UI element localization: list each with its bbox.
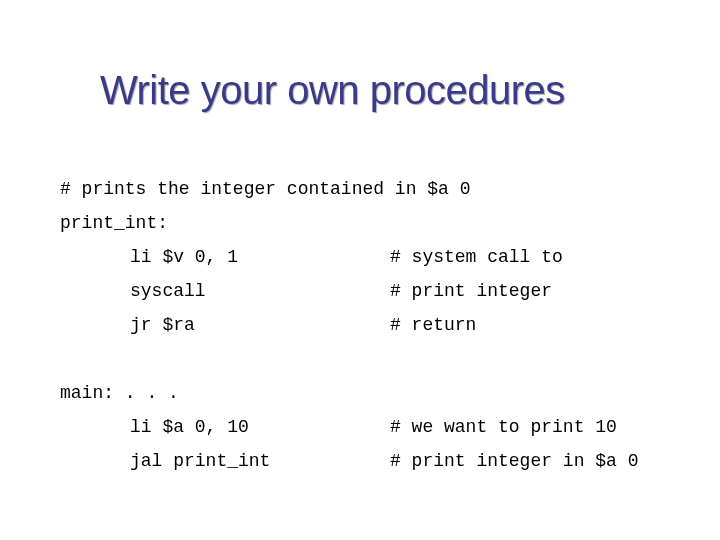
- code-comment-top: # prints the integer contained in $a 0: [60, 180, 638, 198]
- code-instr: li $v 0, 1: [130, 248, 390, 266]
- code-block: # prints the integer contained in $a 0 p…: [60, 180, 638, 486]
- code-comment: # return: [390, 316, 476, 334]
- code-line-1: li $v 0, 1# system call to: [60, 248, 638, 266]
- code-comment: # we want to print 10: [390, 418, 617, 436]
- code-line-2: syscall# print integer: [60, 282, 638, 300]
- code-instr: jr $ra: [130, 316, 390, 334]
- code-instr: syscall: [130, 282, 390, 300]
- code-line-4: li $a 0, 10# we want to print 10: [60, 418, 638, 436]
- code-label-main: main: . . .: [60, 384, 638, 402]
- slide-title: Write your own procedures: [100, 68, 565, 113]
- code-line-3: jr $ra# return: [60, 316, 638, 334]
- blank-line: [60, 350, 638, 368]
- code-label-print-int: print_int:: [60, 214, 638, 232]
- code-instr: li $a 0, 10: [130, 418, 390, 436]
- code-comment: # print integer in $a 0: [390, 452, 638, 470]
- code-line-5: jal print_int# print integer in $a 0: [60, 452, 638, 470]
- code-instr: jal print_int: [130, 452, 390, 470]
- code-comment: # print integer: [390, 282, 552, 300]
- slide: Write your own procedures # prints the i…: [0, 0, 720, 540]
- code-comment: # system call to: [390, 248, 563, 266]
